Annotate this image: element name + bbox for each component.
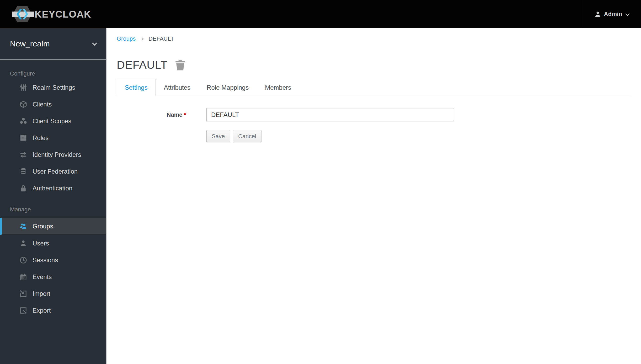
cancel-button[interactable]: Cancel [233,130,261,142]
sidebar-item-label: Events [33,273,52,281]
cube-icon [19,100,28,109]
chevron-down-icon [92,41,97,45]
breadcrumb-link-groups[interactable]: Groups [117,35,136,42]
main-content: Groups DEFAULT DEFAULT Settings Attribut… [106,28,641,364]
name-label-text: Name [167,111,183,118]
realm-selector-value: New_realm [10,39,92,48]
exchange-arrows-icon [19,150,28,159]
sliders-icon [19,83,28,92]
user-menu[interactable]: Admin [582,0,641,28]
sidebar-item-label: Identity Providers [33,151,81,158]
sidebar-item-groups[interactable]: Groups [0,218,106,235]
breadcrumb-separator-icon [140,37,144,41]
sidebar-item-sessions[interactable]: Sessions [0,252,106,269]
sidebar-item-label: Realm Settings [33,84,75,91]
user-avatar-icon [595,11,601,17]
users-icon [19,222,28,231]
tab-attributes[interactable]: Attributes [156,79,199,96]
import-icon [19,289,28,298]
trash-icon [175,59,185,71]
sidebar-item-label: Users [33,240,49,247]
manage-nav: Groups Users Sessions [0,218,106,319]
sidebar-item-users[interactable]: Users [0,235,106,252]
sidebar-item-user-federation[interactable]: User Federation [0,163,106,180]
sidebar-item-realm-settings[interactable]: Realm Settings [0,79,106,96]
sidebar-item-label: Export [33,307,51,314]
tab-bar: Settings Attributes Role Mappings Member… [117,78,631,96]
sidebar-item-label: Groups [33,223,53,230]
tab-members[interactable]: Members [257,79,299,96]
cubes-icon [19,117,28,126]
realm-selector[interactable]: New_realm [0,28,106,60]
section-label-configure: Configure [0,68,106,79]
sidebar-item-label: Clients [33,101,52,108]
user-menu-label: Admin [604,11,622,18]
save-button[interactable]: Save [206,130,230,142]
sidebar-item-client-scopes[interactable]: Client Scopes [0,113,106,130]
page-title: DEFAULT [117,58,168,71]
clock-icon [19,256,28,265]
form-actions: Save Cancel [206,130,641,142]
sidebar-item-label: Roles [33,134,49,142]
app-header: KEYCLOAK Admin [0,0,641,28]
sidebar: New_realm Configure Realm Settings Clien… [0,28,106,364]
group-name-input[interactable] [206,108,454,121]
sidebar-item-label: Import [33,290,50,297]
tasks-icon [19,133,28,142]
breadcrumb-current: DEFAULT [148,35,174,42]
sidebar-item-label: Client Scopes [33,117,71,125]
sidebar-item-authentication[interactable]: Authentication [0,180,106,197]
delete-group-button[interactable] [175,59,186,71]
brand-text: KEYCLOAK [35,9,91,20]
title-row: DEFAULT [117,58,641,71]
sidebar-item-label: Authentication [33,185,72,192]
tab-settings[interactable]: Settings [117,79,156,96]
logo-band [12,12,34,17]
database-icon [19,167,28,176]
name-field-label: Name* [117,111,186,118]
lock-icon [19,184,28,193]
breadcrumb: Groups DEFAULT [117,35,641,42]
user-icon [19,239,28,248]
sidebar-item-events[interactable]: Events [0,269,106,285]
chevron-down-icon [626,12,630,16]
sidebar-item-export[interactable]: Export [0,302,106,319]
keycloak-logo[interactable]: KEYCLOAK [12,6,93,23]
required-marker: * [184,111,186,118]
sidebar-item-roles[interactable]: Roles [0,130,106,146]
group-settings-form: Name* Save Cancel [117,108,641,142]
export-icon [19,306,28,315]
sidebar-item-label: User Federation [33,168,78,175]
section-label-manage: Manage [0,204,106,215]
name-form-row: Name* [117,108,641,121]
sidebar-item-clients[interactable]: Clients [0,96,106,113]
sidebar-item-import[interactable]: Import [0,285,106,302]
calendar-icon [19,272,28,281]
sidebar-item-identity-providers[interactable]: Identity Providers [0,146,106,163]
sidebar-item-label: Sessions [33,256,58,264]
configure-nav: Realm Settings Clients Client Scopes [0,79,106,197]
tab-role-mappings[interactable]: Role Mappings [199,79,257,96]
